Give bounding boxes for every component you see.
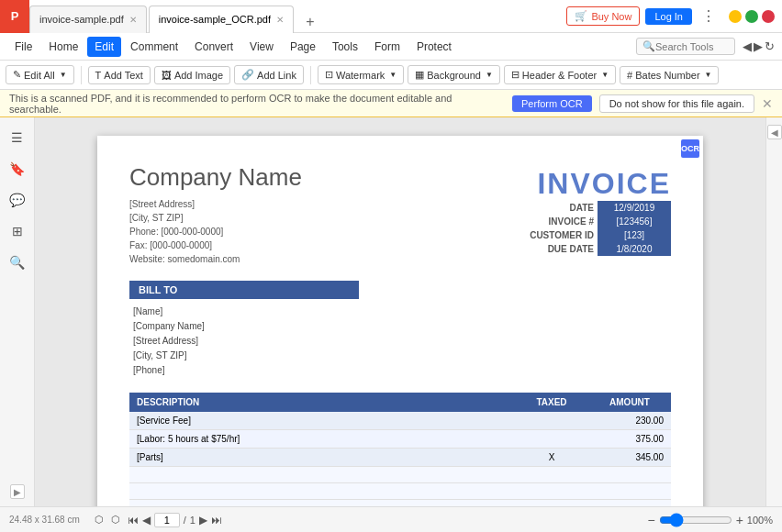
more-options-icon[interactable]: ⋮ xyxy=(701,7,716,25)
sidebar-icon-bookmarks[interactable]: 🔖 xyxy=(5,156,30,182)
close-button[interactable] xyxy=(762,10,775,23)
add-image-button[interactable]: 🖼 Add Image xyxy=(154,66,230,84)
table-row: [Parts]X345.00 xyxy=(129,449,671,467)
invoice-num-label: INVOICE # xyxy=(526,215,598,228)
toolbar: ✎ Edit All ▼ T Add Text 🖼 Add Image 🔗 Ad… xyxy=(0,61,782,90)
customer-id-value: [123] xyxy=(598,228,671,242)
maximize-button[interactable] xyxy=(745,10,758,23)
background-button[interactable]: ▦ Background ▼ xyxy=(408,65,500,84)
document-scroll[interactable]: OCR Company Name [Street Address] [City,… xyxy=(35,117,765,506)
invoice-address: [Street Address] [City, ST ZIP] Phone: [… xyxy=(129,197,302,266)
main-area: ☰ 🔖 💬 ⊞ 🔍 ▶ OCR Company Name [Street Add… xyxy=(0,117,782,506)
menu-convert[interactable]: Convert xyxy=(187,37,240,57)
bates-number-icon: # xyxy=(627,70,632,81)
sidebar-icon-layers[interactable]: ⊞ xyxy=(5,218,30,244)
row-description: [Parts] xyxy=(129,449,515,467)
page-navigation: ⏮ ◀ / 1 ▶ ⏭ xyxy=(128,513,222,527)
toolbar-separator-2 xyxy=(310,66,311,84)
edit-all-button[interactable]: ✎ Edit All ▼ xyxy=(6,65,74,84)
menu-tools[interactable]: Tools xyxy=(325,37,365,57)
ocr-badge: OCR xyxy=(681,139,699,158)
dimension-info: 24.48 x 31.68 cm xyxy=(9,515,80,525)
last-page-button[interactable]: ⏭ xyxy=(211,514,222,526)
sidebar-expand-button[interactable]: ▶ xyxy=(10,484,25,499)
table-row xyxy=(129,500,671,507)
menu-bar: File Home Edit Comment Convert View Page… xyxy=(0,33,782,61)
zoom-out-button[interactable]: − xyxy=(647,513,654,527)
table-row: [Service Fee]230.00 xyxy=(129,412,671,430)
menu-edit[interactable]: Edit xyxy=(87,37,121,57)
menu-page[interactable]: Page xyxy=(283,37,323,57)
col-description: DESCRIPTION xyxy=(129,393,515,412)
sidebar-icon-comments[interactable]: 💬 xyxy=(5,187,30,213)
notification-text: This is a scanned PDF, and it is recomme… xyxy=(9,93,505,115)
zoom-area: − + 100% xyxy=(647,513,773,527)
row-taxed xyxy=(515,412,588,430)
prev-page-button[interactable]: ◀ xyxy=(142,514,151,526)
edit-all-icon: ✎ xyxy=(13,69,21,81)
add-link-button[interactable]: 🔗 Add Link xyxy=(234,65,304,84)
add-link-icon: 🔗 xyxy=(241,69,254,81)
dismiss-notification-button[interactable]: Do not show for this file again. xyxy=(599,94,754,113)
select-icon[interactable]: ⬡ xyxy=(111,514,120,526)
bates-number-button[interactable]: # Bates Number ▼ xyxy=(620,66,719,84)
row-description xyxy=(129,483,515,500)
first-page-button[interactable]: ⏮ xyxy=(128,514,139,526)
row-amount: 230.00 xyxy=(588,412,671,430)
document-area: OCR Company Name [Street Address] [City,… xyxy=(35,117,765,506)
row-description: [Labor: 5 hours at $75/hr] xyxy=(129,430,515,449)
search-input[interactable] xyxy=(655,41,729,52)
company-name: Company Name xyxy=(129,163,302,192)
bill-to-info: [Name] [Company Name] [Street Address] [… xyxy=(133,305,671,378)
row-amount xyxy=(588,483,671,500)
perform-ocr-button[interactable]: Perform OCR xyxy=(512,95,592,112)
add-tab-button[interactable]: + xyxy=(299,11,321,33)
menu-comment[interactable]: Comment xyxy=(123,37,185,57)
tab-1[interactable]: invoice-sample.pdf ✕ xyxy=(29,6,147,33)
watermark-dropdown-icon: ▼ xyxy=(389,71,397,79)
buy-now-button[interactable]: 🛒 Buy Now xyxy=(566,6,640,26)
row-taxed xyxy=(515,500,588,507)
menu-form[interactable]: Form xyxy=(367,37,408,57)
watermark-button[interactable]: ⊡ Watermark ▼ xyxy=(318,65,404,84)
login-button[interactable]: Log In xyxy=(645,8,692,25)
next-page-button[interactable]: ▶ xyxy=(199,514,207,526)
menu-file[interactable]: File xyxy=(7,37,39,57)
menu-home[interactable]: Home xyxy=(41,37,85,57)
row-amount xyxy=(588,500,671,507)
invoice-header: Company Name [Street Address] [City, ST … xyxy=(129,163,671,266)
table-row: [Labor: 5 hours at $75/hr]375.00 xyxy=(129,430,671,449)
sidebar-icon-search[interactable]: 🔍 xyxy=(5,249,30,275)
right-sidebar: ◀ xyxy=(765,117,782,506)
nav-back-button[interactable]: ◀ xyxy=(743,39,752,53)
row-amount: 345.00 xyxy=(588,449,671,467)
tab-2[interactable]: invoice-sample_OCR.pdf ✕ xyxy=(149,6,294,33)
row-description xyxy=(129,467,515,483)
current-page-input[interactable] xyxy=(154,513,180,527)
minimize-button[interactable] xyxy=(729,10,742,23)
sidebar-icon-menu[interactable]: ☰ xyxy=(5,125,30,150)
cursor-icon[interactable]: ⬡ xyxy=(95,514,104,526)
zoom-in-button[interactable]: + xyxy=(736,513,743,527)
watermark-icon: ⊡ xyxy=(325,69,333,81)
date-value: 12/9/2019 xyxy=(598,201,671,215)
toolbar-separator-1 xyxy=(81,66,82,84)
zoom-slider[interactable] xyxy=(659,513,732,527)
background-icon: ▦ xyxy=(415,69,424,81)
menu-view[interactable]: View xyxy=(242,37,281,57)
header-footer-dropdown-icon: ▼ xyxy=(601,71,609,79)
tab-1-close[interactable]: ✕ xyxy=(129,15,137,25)
right-sidebar-expand[interactable]: ◀ xyxy=(767,125,782,139)
close-notification-button[interactable]: ✕ xyxy=(762,96,773,111)
tab-2-close[interactable]: ✕ xyxy=(276,15,284,25)
header-footer-button[interactable]: ⊟ Header & Footer ▼ xyxy=(504,65,616,84)
nav-forward-button[interactable]: ▶ xyxy=(754,39,763,53)
row-taxed xyxy=(515,483,588,500)
nav-refresh-button[interactable]: ↻ xyxy=(765,39,775,53)
col-amount: AMOUNT xyxy=(588,393,671,412)
add-text-button[interactable]: T Add Text xyxy=(88,66,151,84)
table-row xyxy=(129,467,671,483)
menu-protect[interactable]: Protect xyxy=(409,37,459,57)
zoom-value: 100% xyxy=(747,515,773,526)
invoice-title: INVOICE xyxy=(537,167,671,201)
